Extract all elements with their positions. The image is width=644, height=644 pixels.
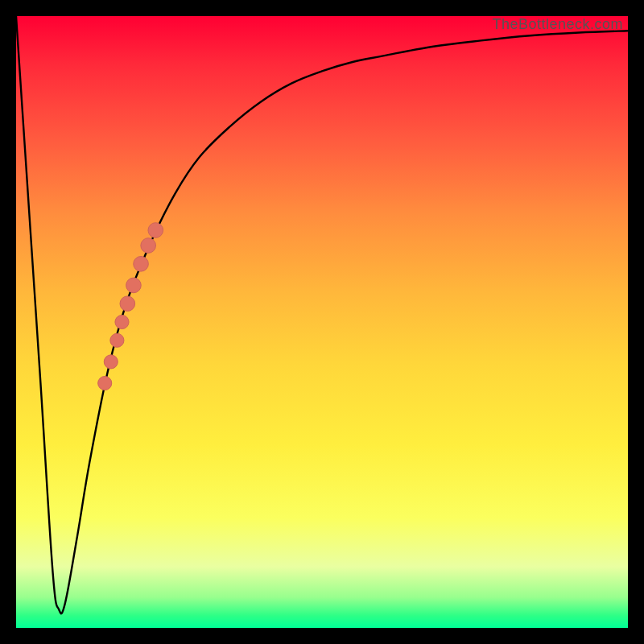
- highlighted-points-group: [98, 223, 163, 390]
- chart-svg: [16, 16, 628, 628]
- marker-dot: [110, 333, 124, 347]
- marker-dot: [98, 376, 112, 390]
- plot-area: TheBottleneck.com: [16, 16, 628, 628]
- marker-dot: [104, 355, 118, 369]
- marker-dot: [120, 296, 135, 312]
- marker-dot: [134, 256, 149, 271]
- marker-dot: [115, 315, 129, 328]
- marker-dot: [126, 278, 142, 293]
- marker-dot: [141, 238, 156, 254]
- app-frame: TheBottleneck.com: [0, 0, 644, 644]
- bottleneck-curve-path: [16, 16, 628, 613]
- marker-dot: [148, 223, 163, 238]
